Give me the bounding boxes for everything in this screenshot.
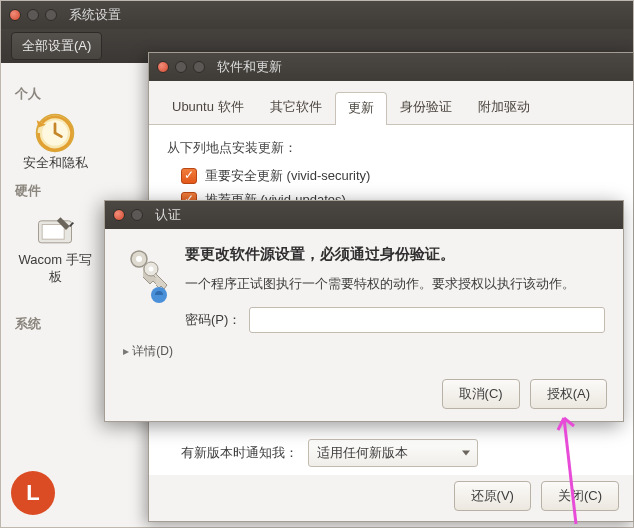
- auth-body-text: 一个程序正试图执行一个需要特权的动作。要求授权以执行该动作。: [185, 276, 605, 293]
- checkbox-checked-icon[interactable]: [181, 168, 197, 184]
- security-privacy-item[interactable]: 安全和隐私: [15, 111, 95, 172]
- tab-ubuntu-software[interactable]: Ubuntu 软件: [159, 91, 257, 124]
- check-security-row[interactable]: 重要安全更新 (vivid-security): [181, 167, 615, 185]
- check-security-label: 重要安全更新 (vivid-security): [205, 167, 370, 185]
- tab-additional-drivers[interactable]: 附加驱动: [465, 91, 543, 124]
- wacom-label: Wacom 手写板: [15, 252, 95, 286]
- auth-headline: 要更改软件源设置，必须通过身份验证。: [185, 245, 605, 264]
- tab-updates[interactable]: 更新: [335, 92, 387, 125]
- notify-value: 适用任何新版本: [317, 445, 408, 460]
- details-expander[interactable]: 详情(D): [105, 341, 623, 360]
- password-input[interactable]: [249, 307, 605, 333]
- minimize-icon[interactable]: [175, 61, 187, 73]
- revert-button[interactable]: 还原(V): [454, 481, 531, 511]
- authorize-button[interactable]: 授权(A): [530, 379, 607, 409]
- auth-title: 认证: [155, 206, 181, 224]
- settings-title: 系统设置: [69, 6, 121, 24]
- details-label: 详情(D): [132, 344, 173, 358]
- svg-rect-3: [42, 224, 64, 239]
- svg-point-9: [149, 267, 154, 272]
- keys-icon: [123, 245, 171, 333]
- su-titlebar: 软件和更新: [149, 53, 633, 81]
- auth-dialog: 认证 要更改软件源设置，必须通过身份验证。 一个程序正试图执行一个需要特权的动作…: [104, 200, 624, 422]
- all-settings-button[interactable]: 全部设置(A): [11, 32, 102, 60]
- close-icon[interactable]: [113, 209, 125, 221]
- close-icon[interactable]: [157, 61, 169, 73]
- cancel-button[interactable]: 取消(C): [442, 379, 520, 409]
- maximize-icon[interactable]: [45, 9, 57, 21]
- su-footer: 还原(V) 关闭(C): [454, 481, 619, 511]
- history-icon: [33, 111, 77, 155]
- wacom-item[interactable]: Wacom 手写板: [15, 208, 95, 287]
- minimize-icon[interactable]: [27, 9, 39, 21]
- svg-point-7: [136, 256, 142, 262]
- tab-other-software[interactable]: 其它软件: [257, 91, 335, 124]
- auth-titlebar: 认证: [105, 201, 623, 229]
- install-from-label: 从下列地点安装更新：: [167, 139, 615, 157]
- tab-authentication[interactable]: 身份验证: [387, 91, 465, 124]
- livepatch-icon: L: [11, 471, 55, 515]
- security-privacy-label: 安全和隐私: [23, 155, 88, 172]
- password-label: 密码(P)：: [185, 311, 241, 329]
- close-button[interactable]: 关闭(C): [541, 481, 619, 511]
- notify-combo[interactable]: 适用任何新版本: [308, 439, 478, 467]
- notify-label: 有新版本时通知我：: [181, 444, 298, 462]
- settings-titlebar: 系统设置: [1, 1, 633, 29]
- su-title: 软件和更新: [217, 58, 282, 76]
- livepatch-item[interactable]: L: [11, 471, 55, 515]
- su-tabs: Ubuntu 软件 其它软件 更新 身份验证 附加驱动: [149, 81, 633, 125]
- tablet-icon: [33, 208, 77, 252]
- maximize-icon[interactable]: [193, 61, 205, 73]
- close-icon[interactable]: [9, 9, 21, 21]
- minimize-icon[interactable]: [131, 209, 143, 221]
